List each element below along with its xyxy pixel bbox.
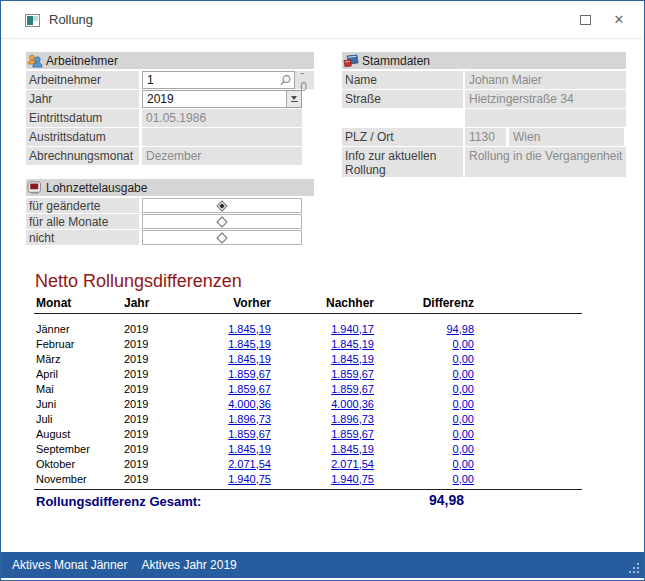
book-icon <box>343 54 360 68</box>
cell-jahr: 2019 <box>124 353 184 365</box>
app-icon <box>25 13 40 26</box>
strasse-row: Straße Hietzingerstraße 34 <box>342 90 626 108</box>
total-row: Rollungsdifferenz Gesamt: 94,98 <box>36 492 582 510</box>
cell-vorher[interactable]: 4.000,36 <box>184 398 271 410</box>
search-icon[interactable] <box>279 74 292 87</box>
cell-vorher[interactable]: 1.896,73 <box>184 413 271 425</box>
cell-differenz[interactable]: 0,00 <box>374 383 474 395</box>
table-row: Mai20191.859,671.859,670,00 <box>36 381 582 396</box>
cell-nachher[interactable]: 1.859,67 <box>271 368 374 380</box>
eintrittsdatum-label: Eintrittsdatum <box>26 109 139 127</box>
maximize-icon <box>580 15 591 25</box>
plz-ort-row: PLZ / Ort 1130 Wien <box>342 128 626 146</box>
col-vorher: Vorher <box>184 296 271 310</box>
cell-vorher[interactable]: 1.859,67 <box>184 428 271 440</box>
option-label: für geänderte Monate <box>26 198 139 213</box>
austrittsdatum-row: Austrittsdatum <box>26 128 314 146</box>
table-row: Juli20191.896,731.896,730,00 <box>36 411 582 426</box>
cell-differenz[interactable]: 0,00 <box>374 443 474 455</box>
arbeitnehmer-input[interactable] <box>143 72 294 88</box>
titlebar: Rollung ✕ <box>1 1 644 39</box>
report-rows: Jänner20191.845,191.940,1794,98Februar20… <box>36 321 582 486</box>
cell-nachher[interactable]: 4.000,36 <box>271 398 374 410</box>
cell-monat: April <box>36 368 124 380</box>
cell-differenz[interactable]: 0,00 <box>374 353 474 365</box>
austrittsdatum-label: Austrittsdatum <box>26 128 139 146</box>
cell-differenz[interactable]: 0,00 <box>374 458 474 470</box>
users-icon <box>27 54 44 68</box>
cell-jahr: 2019 <box>124 458 184 470</box>
section-arbeitnehmer: Arbeitnehmer Arbeitnehmer - 0 Jahr <box>26 52 314 166</box>
report-column-headers: Monat Jahr Vorher Nachher Differenz <box>36 296 582 310</box>
cell-monat: Februar <box>36 338 124 350</box>
name-label: Name <box>342 71 463 89</box>
cell-monat: August <box>36 428 124 440</box>
plz-value: 1130 <box>465 128 506 146</box>
statusbar: Aktives Monat Jänner Aktives Jahr 2019 <box>1 552 644 578</box>
abrechnungsmonat-value: Dezember <box>142 147 302 165</box>
cell-nachher[interactable]: 1.845,19 <box>271 353 374 365</box>
status-active-month: Aktives Monat Jänner <box>12 558 127 572</box>
empty-row <box>342 109 626 127</box>
jahr-combobox[interactable] <box>142 90 302 108</box>
cell-differenz[interactable]: 94,98 <box>374 323 474 335</box>
maximize-button[interactable] <box>568 5 602 35</box>
cell-differenz[interactable]: 0,00 <box>374 368 474 380</box>
cell-nachher[interactable]: 1.896,73 <box>271 413 374 425</box>
cell-nachher[interactable]: 1.940,17 <box>271 323 374 335</box>
cell-differenz[interactable]: 0,00 <box>374 473 474 485</box>
cell-differenz[interactable]: 0,00 <box>374 338 474 350</box>
cell-vorher[interactable]: 2.071,54 <box>184 458 271 470</box>
eintrittsdatum-value: 01.05.1986 <box>142 109 302 127</box>
cell-vorher[interactable]: 1.845,19 <box>184 323 271 335</box>
col-jahr: Jahr <box>124 296 184 310</box>
abrechnungsmonat-label: Abrechnungsmonat <box>26 147 139 165</box>
cell-jahr: 2019 <box>124 368 184 380</box>
cell-vorher[interactable]: 1.845,19 <box>184 353 271 365</box>
table-row: September20191.845,191.845,190,00 <box>36 441 582 456</box>
cell-differenz[interactable]: 0,00 <box>374 428 474 440</box>
cell-vorher[interactable]: 1.845,19 <box>184 338 271 350</box>
close-button[interactable]: ✕ <box>602 5 636 35</box>
cell-nachher[interactable]: 1.859,67 <box>271 428 374 440</box>
section-lohnzettelausgabe: Lohnzettelausgabe für geänderte Monate f… <box>26 179 314 246</box>
cell-monat: Jänner <box>36 323 124 335</box>
jahr-dropdown-button[interactable] <box>287 90 302 108</box>
table-row: März20191.845,191.845,190,00 <box>36 351 582 366</box>
table-row: November20191.940,751.940,750,00 <box>36 471 582 486</box>
cell-nachher[interactable]: 1.859,67 <box>271 383 374 395</box>
cell-vorher[interactable]: 1.859,67 <box>184 383 271 395</box>
table-row: Februar20191.845,191.845,190,00 <box>36 336 582 351</box>
radio-alle-monate[interactable] <box>142 214 302 229</box>
cell-vorher[interactable]: 1.845,19 <box>184 443 271 455</box>
jahr-input[interactable] <box>143 91 286 107</box>
table-row: August20191.859,671.859,670,00 <box>36 426 582 441</box>
arbeitnehmer-header: Arbeitnehmer <box>26 52 314 69</box>
cell-nachher[interactable]: 1.845,19 <box>271 443 374 455</box>
arbeitnehmer-label: Arbeitnehmer <box>26 71 139 89</box>
cell-jahr: 2019 <box>124 323 184 335</box>
cell-nachher[interactable]: 1.845,19 <box>271 338 374 350</box>
lohnzettelausgabe-title: Lohnzettelausgabe <box>46 181 147 195</box>
stammdaten-title: Stammdaten <box>362 54 430 68</box>
radio-geaenderte-monate[interactable] <box>142 198 302 213</box>
col-nachher: Nachher <box>271 296 374 310</box>
cell-nachher[interactable]: 2.071,54 <box>271 458 374 470</box>
output-device-icon <box>27 181 44 195</box>
cell-monat: Juni <box>36 398 124 410</box>
cell-differenz[interactable]: 0,00 <box>374 398 474 410</box>
cell-nachher[interactable]: 1.940,75 <box>271 473 374 485</box>
ort-value: Wien <box>509 128 624 146</box>
strasse-label: Straße <box>342 90 463 108</box>
cell-vorher[interactable]: 1.940,75 <box>184 473 271 485</box>
total-label: Rollungsdifferenz Gesamt: <box>36 494 201 509</box>
info-value: Rollung in die Vergangenheit <box>465 147 626 177</box>
strasse-value: Hietzingerstraße 34 <box>465 90 626 108</box>
cell-differenz[interactable]: 0,00 <box>374 413 474 425</box>
resize-grip-icon[interactable] <box>627 561 640 574</box>
cell-monat: Mai <box>36 383 124 395</box>
radio-nicht[interactable] <box>142 230 302 245</box>
name-value: Johann Maier <box>465 71 626 89</box>
jahr-label: Jahr <box>26 90 139 108</box>
cell-vorher[interactable]: 1.859,67 <box>184 368 271 380</box>
